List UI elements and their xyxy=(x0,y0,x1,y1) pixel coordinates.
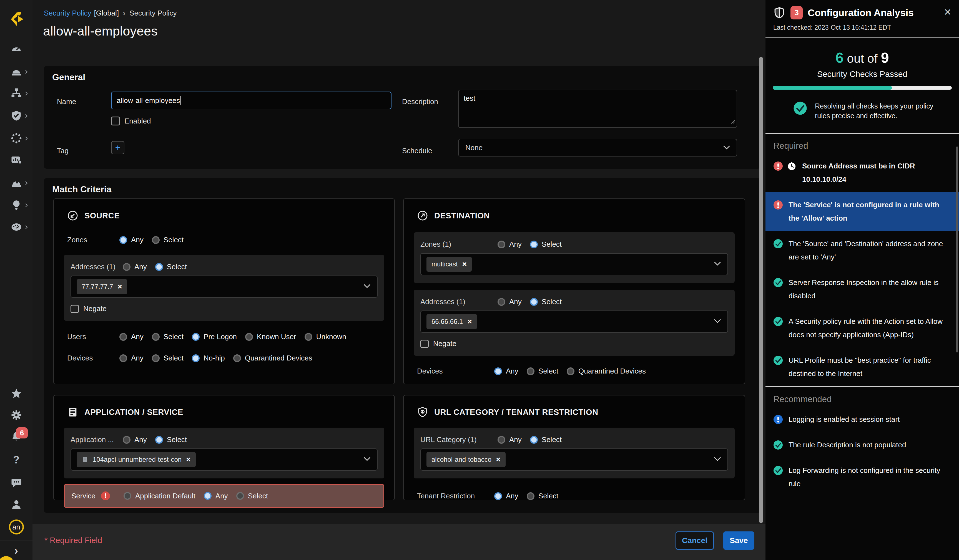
devices-label: Devices xyxy=(417,367,494,375)
content-scrollbar[interactable] xyxy=(759,57,763,523)
radio-application-any[interactable]: Any xyxy=(123,435,147,444)
cancel-button[interactable]: Cancel xyxy=(675,531,714,550)
favorites-star-icon[interactable] xyxy=(0,388,32,399)
radio-zones-any[interactable]: Any xyxy=(497,240,522,249)
radio-devices-select[interactable]: Select xyxy=(527,367,558,375)
radio-urlcat-select[interactable]: Select xyxy=(530,435,562,444)
analysis-item[interactable]: The rule Description is not populated xyxy=(765,432,959,458)
chip-remove-icon[interactable]: × xyxy=(118,283,122,291)
last-checked-timestamp: Last checked: 2023-Oct-13 16:41:12 EDT xyxy=(765,22,959,37)
radio-addresses-any[interactable]: Any xyxy=(497,298,522,306)
radio-devices-nohip[interactable]: No-hip xyxy=(192,354,225,363)
analysis-item[interactable]: The 'Service' is not configured in a rul… xyxy=(765,192,959,231)
radio-urlcat-any[interactable]: Any xyxy=(497,435,522,444)
destination-addresses-select-field[interactable]: 66.66.66.1× xyxy=(421,310,728,333)
radio-zones-any[interactable]: Any xyxy=(119,235,143,244)
radio-service-appdefault[interactable]: Application Default xyxy=(124,492,196,500)
destination-panel: DESTINATION Zones (1) Any Select multica… xyxy=(403,199,745,384)
analysis-item[interactable]: URL Profile must be "best practice" for … xyxy=(765,347,959,386)
resize-grip-icon[interactable] xyxy=(730,118,735,126)
enabled-checkbox[interactable] xyxy=(111,116,120,126)
url-category-chip[interactable]: alcohol-and-tobacco× xyxy=(427,452,506,467)
zone-chip[interactable]: multicast× xyxy=(427,257,472,272)
chat-icon[interactable] xyxy=(0,477,32,489)
radio-tenant-select[interactable]: Select xyxy=(527,492,558,500)
chip-remove-icon[interactable]: × xyxy=(186,456,190,463)
radio-users-select[interactable]: Select xyxy=(152,332,183,341)
form-footer: * Required Field Cancel Save xyxy=(32,524,765,560)
destination-addresses-group: Addresses (1) Any Select 66.66.66.1× Neg… xyxy=(414,290,734,356)
help-icon[interactable]: ? xyxy=(0,454,32,466)
radio-users-unknown[interactable]: Unknown xyxy=(304,332,346,341)
radio-addresses-select[interactable]: Select xyxy=(155,262,187,271)
application-select-field[interactable]: 104apci-unnumbered-test-con× xyxy=(70,449,378,471)
tag-label: Tag xyxy=(57,146,68,155)
radio-devices-quarantined[interactable]: Quarantined Devices xyxy=(233,354,312,363)
description-textarea[interactable]: test xyxy=(458,90,737,128)
radio-addresses-select[interactable]: Select xyxy=(530,298,562,306)
progress-fill xyxy=(773,86,892,90)
radio-users-knownuser[interactable]: Known User xyxy=(245,332,296,341)
schedule-select[interactable]: None xyxy=(458,139,737,156)
analysis-item[interactable]: A Security policy rule with the Action s… xyxy=(765,309,959,347)
app-list-icon xyxy=(81,456,88,463)
chip-remove-icon[interactable]: × xyxy=(467,318,472,326)
panel-divider xyxy=(765,37,959,38)
analysis-panel-scrollbar[interactable] xyxy=(956,146,958,352)
add-tag-button[interactable]: + xyxy=(111,141,124,154)
user-profile-icon[interactable] xyxy=(0,499,32,510)
sidebar-item-dashboard[interactable] xyxy=(0,43,32,55)
negate-checkbox[interactable] xyxy=(70,305,79,313)
analysis-item-text: The rule Description is not populated xyxy=(789,438,906,452)
save-button[interactable]: Save xyxy=(723,531,754,550)
breadcrumb-link[interactable]: Security Policy xyxy=(44,9,91,18)
application-chip[interactable]: 104apci-unnumbered-test-con× xyxy=(76,452,196,467)
radio-devices-select[interactable]: Select xyxy=(152,354,183,363)
analysis-item[interactable]: The 'Source' and 'Destination' address a… xyxy=(765,231,959,270)
radio-devices-quarantined[interactable]: Quarantined Devices xyxy=(567,367,646,375)
name-input[interactable]: allow-all-employees xyxy=(111,92,392,109)
radio-users-prelogon[interactable]: Pre Logon xyxy=(192,332,237,341)
chevron-down-icon xyxy=(363,457,371,463)
error-circle-icon xyxy=(773,161,783,171)
analysis-item[interactable]: Server Response Inspection in the allow … xyxy=(765,270,959,309)
chip-remove-icon[interactable]: × xyxy=(462,260,467,268)
analysis-item[interactable]: Logging is enabled at session start xyxy=(765,407,959,432)
account-avatar[interactable]: an xyxy=(0,520,32,535)
radio-service-select[interactable]: Select xyxy=(236,492,268,500)
radio-devices-any[interactable]: Any xyxy=(119,354,143,363)
radio-application-select[interactable]: Select xyxy=(155,435,187,444)
radio-addresses-any[interactable]: Any xyxy=(123,262,147,271)
enabled-checkbox-row[interactable]: Enabled xyxy=(111,116,151,126)
destination-zones-select-field[interactable]: multicast× xyxy=(421,253,728,275)
address-chip[interactable]: 77.77.77.7× xyxy=(76,279,127,294)
sidebar-expand-chevron[interactable]: › xyxy=(0,544,32,557)
match-criteria-heading: Match Criteria xyxy=(52,184,112,194)
negate-row[interactable]: Negate xyxy=(70,304,378,313)
negate-checkbox[interactable] xyxy=(421,340,429,348)
close-icon[interactable]: × xyxy=(944,5,951,19)
chevron-down-icon xyxy=(723,143,731,152)
settings-gear-icon[interactable] xyxy=(0,409,32,421)
radio-zones-select[interactable]: Select xyxy=(152,235,183,244)
radio-tenant-any[interactable]: Any xyxy=(494,492,518,500)
application-service-panel: APPLICATION / SERVICE Application ... An… xyxy=(53,395,395,500)
radio-zones-select[interactable]: Select xyxy=(530,240,562,249)
brand-logo-icon[interactable] xyxy=(0,11,32,28)
analysis-item[interactable]: Log Forwarding is not configured in the … xyxy=(765,458,959,496)
devices-label: Devices xyxy=(67,354,119,363)
notifications-bell-icon[interactable]: 6 xyxy=(0,431,32,442)
sidebar-item-monitor[interactable] xyxy=(0,154,32,166)
radio-service-any[interactable]: Any xyxy=(204,492,228,500)
radio-devices-any[interactable]: Any xyxy=(494,367,518,375)
schedule-label: Schedule xyxy=(402,146,432,155)
application-icon xyxy=(67,407,78,418)
url-category-select-field[interactable]: alcohol-and-tobacco× xyxy=(421,449,728,471)
source-addresses-select-field[interactable]: 77.77.77.7× xyxy=(70,275,378,298)
analysis-item[interactable]: Source Address must be in CIDR 10.10.10.… xyxy=(765,153,959,192)
chip-remove-icon[interactable]: × xyxy=(496,456,500,463)
negate-row[interactable]: Negate xyxy=(421,339,728,348)
radio-users-any[interactable]: Any xyxy=(119,332,143,341)
description-label: Description xyxy=(402,97,438,106)
address-chip[interactable]: 66.66.66.1× xyxy=(427,314,477,329)
